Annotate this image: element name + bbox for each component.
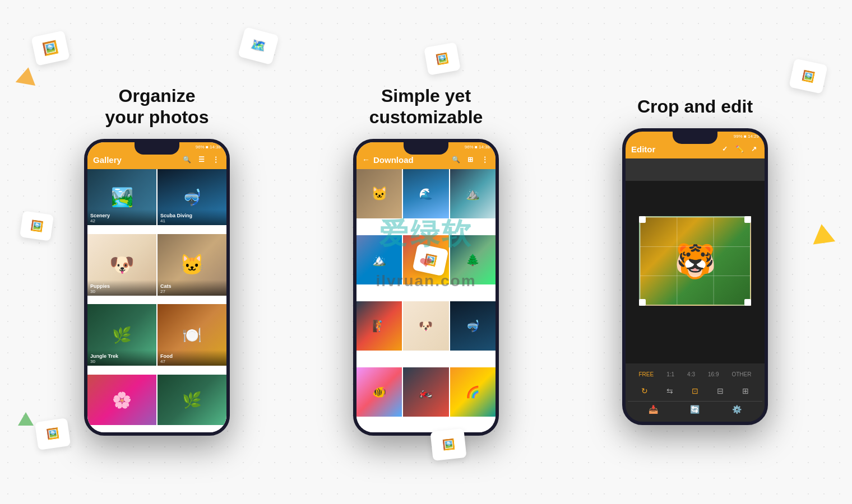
gallery-item-scenery[interactable]: Scenery 42 [87,169,156,225]
ratio-4-3[interactable]: 4:3 [685,370,697,379]
editor-canvas: 🐯 [626,158,765,363]
deco-triangle-3 [811,222,835,244]
deco-card-5: 🖼️ [424,42,461,75]
page-container: 爱绿软 ❤ ilvruan.com 🖼️ 🖼️ 🖼️ 🗺️ 🖼️ 🖼️ 🖼️ 🖼… [0,0,852,504]
dl-item-hiker[interactable] [356,301,402,351]
crop-handle-tr[interactable] [744,216,751,223]
crop-grid-overlay [640,217,750,305]
gallery-item-puppies[interactable]: Puppies 30 [87,234,156,296]
filter-icon[interactable]: ☰ [196,155,206,165]
dl-item-forest[interactable] [450,235,496,284]
editor-top-area [626,158,765,181]
expand-icon[interactable]: ⊞ [742,386,749,395]
ratio-1-1[interactable]: 1:1 [664,370,677,379]
phone-screen-3: 99% ■ 14:29 Editor ✓ ✏️ ↗ [626,132,765,422]
tiger-crop-image[interactable]: 🐯 [639,216,751,306]
section-customizable-title: Simple yet customizable [369,85,483,128]
ratio-free[interactable]: FREE [637,370,656,379]
phone-notch-3 [673,132,717,144]
more-icon-dl[interactable]: ⋮ [480,155,490,165]
crop-handle-tl[interactable] [639,216,646,223]
download-grid [356,169,496,432]
dl-item-ocean[interactable] [403,169,448,218]
dl-item-rainbow[interactable] [450,367,496,417]
dl-item-rocks[interactable] [356,235,402,284]
phone-notch-2 [404,142,448,155]
deco-card-7: 🖼️ [430,428,466,461]
ratio-other[interactable]: OTHER [729,370,753,379]
crop-handle-br[interactable] [744,299,751,306]
download-appbar-icons: 🔍 ⊞ ⋮ [451,155,490,165]
gallery-item-flowers[interactable] [87,375,156,425]
aspect-icon[interactable]: ⊟ [717,386,724,395]
dl-item-moto[interactable] [403,367,448,417]
gallery-item-nature[interactable] [158,375,226,425]
section-crop-edit: Crop and edit 99% ■ 14:29 Editor ✓ ✏️ ↗ [622,96,768,425]
share-icon[interactable]: ↗ [749,144,759,154]
deco-triangle-2 [18,412,34,426]
section-organize: Organize your photos 96% ■ 14:38 Gallery… [84,85,230,436]
back-icon[interactable]: ← [362,155,370,164]
adjust-icon[interactable]: 🔄 [690,405,700,414]
edit-icon[interactable]: ✏️ [734,144,744,154]
ratio-bar: FREE 1:1 4:3 16:9 OTHER [628,368,762,381]
crop-icon[interactable]: ⊡ [692,386,698,395]
dl-item-puppy2[interactable] [403,301,448,351]
phone-organize: 96% ■ 14:38 Gallery 🔍 ☰ ⋮ [84,139,230,436]
rotate-icon[interactable]: ↻ [641,386,648,395]
phone-notch-1 [135,142,179,155]
dl-item-mountain[interactable] [450,169,496,218]
phone-screen-2: 96% ■ 14:38 ← Download 🔍 ⊞ ⋮ [356,142,496,432]
editor-appbar-icons: ✓ ✏️ ↗ [720,144,759,154]
gallery-item-scuba[interactable]: Scuba Diving 41 [158,169,226,225]
dl-item-cat[interactable] [356,169,402,218]
deco-card-3: 🖼️ [35,418,71,450]
flip-icon[interactable]: ⇆ [666,386,673,395]
dl-item-diver[interactable] [450,301,496,351]
save-icon[interactable]: 📥 [649,405,658,414]
editor-toolbar: FREE 1:1 4:3 16:9 OTHER ↻ ⇆ ⊡ ⊟ ⊞ [626,363,765,422]
check-icon[interactable]: ✓ [720,144,730,154]
gallery-grid: Scenery 42 Scuba Diving 41 [87,169,226,432]
gallery-item-cats[interactable]: Cats 27 [158,234,226,296]
gallery-item-food[interactable]: Food 47 [158,304,226,366]
section-organize-title: Organize your photos [105,85,209,128]
deco-card-1: 🖼️ [31,30,70,66]
bottom-bar: 📥 🔄 ⚙️ [628,401,762,417]
crop-handle-bl[interactable] [639,299,646,306]
phone-screen-1: 96% ■ 14:38 Gallery 🔍 ☰ ⋮ [87,142,226,432]
deco-triangle-1 [16,66,39,86]
dl-item-coral[interactable] [356,367,402,417]
section-crop-title: Crop and edit [637,96,753,117]
gallery-item-jungle[interactable]: Jungle Trek 30 [87,304,156,366]
deco-card-8: 🖼️ [789,58,828,94]
tool-bar-1: ↻ ⇆ ⊡ ⊟ ⊞ [628,384,762,398]
deco-card-2: 🖼️ [20,211,54,241]
phone-editor: 99% ■ 14:29 Editor ✓ ✏️ ↗ [622,128,768,425]
search-icon[interactable]: 🔍 [182,155,192,165]
gallery-appbar-icons: 🔍 ☰ ⋮ [182,155,221,165]
grid-icon[interactable]: ⊞ [465,155,475,165]
more-icon[interactable]: ⋮ [211,155,221,165]
search-icon-dl[interactable]: 🔍 [451,155,461,165]
filter-apply-icon[interactable]: ⚙️ [732,405,742,414]
deco-card-4: 🗺️ [238,27,279,65]
phone-download: 96% ■ 14:38 ← Download 🔍 ⊞ ⋮ [353,139,499,436]
ratio-16-9[interactable]: 16:9 [706,370,721,379]
